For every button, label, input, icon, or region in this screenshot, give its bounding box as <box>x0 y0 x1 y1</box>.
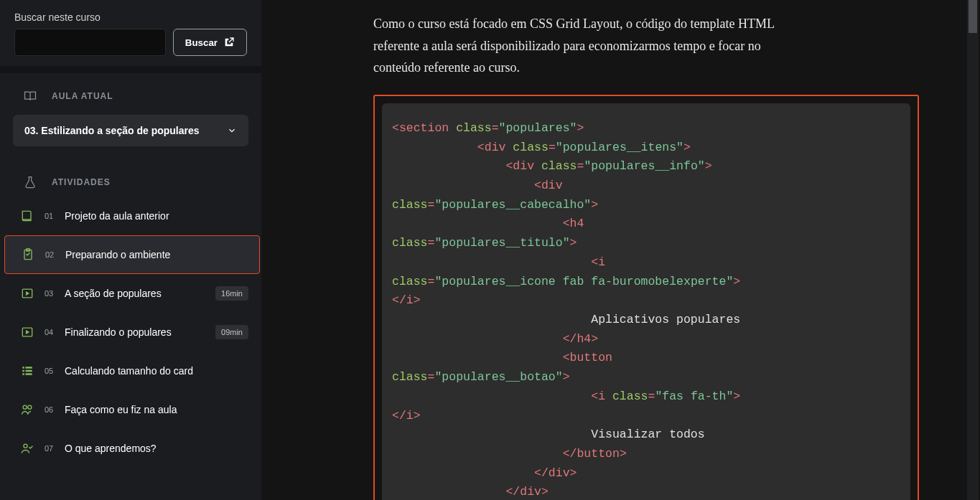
activity-item[interactable]: 04Finalizando o populares09min <box>0 313 261 352</box>
svg-rect-8 <box>22 373 24 375</box>
activity-number: 02 <box>45 250 55 259</box>
svg-rect-7 <box>26 370 32 372</box>
activity-duration: 09min <box>215 325 248 339</box>
activities-list: 01Projeto da aula anterior02Preparando o… <box>0 197 261 468</box>
activity-number: 07 <box>45 444 55 453</box>
svg-point-10 <box>23 405 27 409</box>
activity-title: Finalizando o populares <box>65 326 205 338</box>
svg-point-12 <box>24 444 27 448</box>
clipboard-icon <box>21 247 35 262</box>
lesson-dropdown[interactable]: 03. Estilizando a seção de populares <box>13 115 248 146</box>
external-link-icon <box>223 37 235 48</box>
activity-title: O que aprendemos? <box>65 443 248 454</box>
activity-title: Calculando tamanho do card <box>65 365 248 377</box>
search-label: Buscar neste curso <box>14 11 247 23</box>
search-input[interactable] <box>14 29 166 56</box>
person-check-icon <box>20 441 34 456</box>
activity-number: 01 <box>45 212 55 220</box>
activity-item[interactable]: 05Calculando tamanho do card <box>0 352 261 390</box>
svg-rect-4 <box>22 367 24 369</box>
code-block: <section class="populares"> <div class="… <box>382 103 910 500</box>
section-activities: ATIVIDADES <box>0 159 261 197</box>
svg-rect-6 <box>22 370 24 372</box>
activity-number: 04 <box>45 328 55 336</box>
activity-title: Faça como eu fiz na aula <box>65 404 248 415</box>
video-icon <box>20 325 34 339</box>
video-icon <box>20 286 34 301</box>
activity-number: 05 <box>45 367 55 375</box>
people-icon <box>20 402 34 417</box>
scrollbar-track[interactable] <box>967 0 979 500</box>
scrollbar-thumb[interactable] <box>969 0 977 33</box>
search-button-label: Buscar <box>185 37 218 48</box>
chevron-down-icon <box>227 126 237 136</box>
content-area: Como o curso está focado em CSS Grid Lay… <box>261 0 980 500</box>
section-current-lesson: AULA ATUAL <box>0 73 261 110</box>
svg-rect-5 <box>26 367 32 369</box>
book-open-icon <box>23 89 37 103</box>
section-current-lesson-label: AULA ATUAL <box>52 91 113 101</box>
activity-item[interactable]: 07O que aprendemos? <box>0 429 261 468</box>
activity-item[interactable]: 02Preparando o ambiente <box>4 235 260 274</box>
activity-item[interactable]: 06Faça como eu fiz na aula <box>0 390 261 429</box>
book-icon <box>20 209 34 223</box>
activity-title: A seção de populares <box>65 288 205 299</box>
search-block: Buscar neste curso Buscar <box>0 0 261 66</box>
svg-point-11 <box>28 405 32 409</box>
list-icon <box>20 364 34 378</box>
activity-title: Projeto da aula anterior <box>65 210 248 222</box>
activity-number: 06 <box>45 405 55 414</box>
activity-duration: 16min <box>215 286 248 301</box>
search-button[interactable]: Buscar <box>173 29 247 56</box>
activity-item[interactable]: 03A seção de populares16min <box>0 274 261 313</box>
intro-paragraph: Como o curso está focado em CSS Grid Lay… <box>373 13 783 79</box>
activity-item[interactable]: 01Projeto da aula anterior <box>0 197 261 235</box>
flask-icon <box>23 175 37 189</box>
section-activities-label: ATIVIDADES <box>52 177 111 187</box>
sidebar: Buscar neste curso Buscar AULA ATUAL 03.… <box>0 0 261 500</box>
activity-title: Preparando o ambiente <box>65 249 246 260</box>
activity-number: 03 <box>45 289 55 298</box>
svg-rect-9 <box>26 373 32 375</box>
lesson-dropdown-label: 03. Estilizando a seção de populares <box>24 125 200 136</box>
code-highlight-box: <section class="populares"> <div class="… <box>373 95 919 500</box>
